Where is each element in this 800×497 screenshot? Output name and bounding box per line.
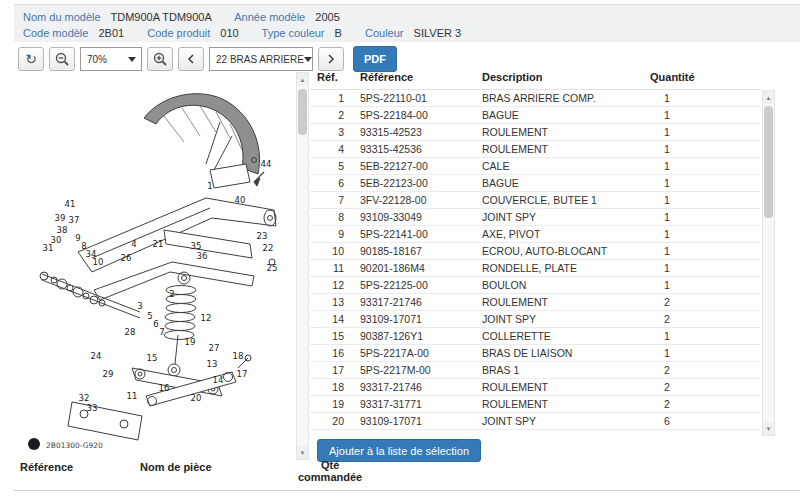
table-row[interactable]: 1993317-31771ROULEMENT2 bbox=[310, 396, 760, 413]
diagram-callout[interactable]: 11 bbox=[127, 392, 138, 401]
table-row[interactable]: 893109-33049JOINT SPY1 bbox=[310, 209, 760, 226]
diagram-callout[interactable]: 32 bbox=[79, 394, 90, 403]
table-row[interactable]: 175PS-2217M-00BRAS 12 bbox=[310, 362, 760, 379]
diagram-callout[interactable]: 6 bbox=[153, 320, 158, 329]
diagram-callout[interactable]: 22 bbox=[263, 244, 274, 253]
table-row[interactable]: 1190201-186M4RONDELLE, PLATE1 bbox=[310, 260, 760, 277]
model-code-label: Code modèle bbox=[23, 27, 88, 39]
diagram-callout[interactable]: 33 bbox=[87, 404, 98, 413]
table-scrollbar-thumb[interactable] bbox=[764, 106, 773, 218]
parts-table-body: 15PS-22110-01BRAS ARRIERE COMP.125PS-221… bbox=[310, 90, 760, 430]
diagram-callout[interactable]: 24 bbox=[91, 352, 102, 361]
diagram-callout[interactable]: 27 bbox=[209, 344, 220, 353]
cell-part: 93315-42523 bbox=[356, 124, 478, 141]
order-part-name-label: Nom de pièce bbox=[140, 461, 212, 473]
table-row[interactable]: 1393317-21746ROULEMENT2 bbox=[310, 294, 760, 311]
model-year-label: Année modèle bbox=[234, 11, 305, 23]
cell-desc: BRAS DE LIAISON bbox=[478, 345, 648, 362]
cell-ref: 4 bbox=[310, 141, 356, 158]
diagram-callout[interactable]: 10 bbox=[93, 258, 104, 267]
model-info-header: Nom du modèle TDM900A TDM900A Année modè… bbox=[14, 4, 800, 42]
table-row[interactable]: 65EB-22123-00BAGUE1 bbox=[310, 175, 760, 192]
previous-section-button[interactable] bbox=[178, 47, 204, 71]
diagram-callout[interactable]: 21 bbox=[153, 240, 164, 249]
diagram-callout[interactable]: 12 bbox=[201, 314, 212, 323]
diagram-callout[interactable]: 26 bbox=[121, 254, 132, 263]
diagram-callout[interactable]: 2 bbox=[169, 290, 174, 299]
diagram-scrollbar[interactable]: ▲ ▼ bbox=[296, 72, 309, 460]
diagram-callout[interactable]: 16 bbox=[159, 384, 170, 393]
table-row[interactable]: 15PS-22110-01BRAS ARRIERE COMP.1 bbox=[310, 90, 760, 107]
diagram-callout[interactable]: 3 bbox=[137, 302, 142, 311]
zoom-in-button[interactable] bbox=[147, 47, 173, 71]
diagram-callout[interactable]: 4 bbox=[131, 240, 136, 249]
chevron-down-icon bbox=[128, 57, 136, 62]
cell-qty: 1 bbox=[648, 141, 760, 158]
table-row[interactable]: 125PS-22125-00BOULON1 bbox=[310, 277, 760, 294]
cell-part: 5EB-22123-00 bbox=[356, 175, 478, 192]
cell-part: 93317-21746 bbox=[356, 379, 478, 396]
scroll-up-arrow-icon[interactable]: ▲ bbox=[763, 91, 774, 104]
refresh-button[interactable]: ↻ bbox=[18, 47, 44, 71]
table-row[interactable]: 1090185-18167ECROU, AUTO-BLOCANT1 bbox=[310, 243, 760, 260]
table-row[interactable]: 1590387-126Y1COLLERETTE1 bbox=[310, 328, 760, 345]
diagram-callout[interactable]: 18 bbox=[233, 352, 244, 361]
table-row[interactable]: 1493109-17071JOINT SPY2 bbox=[310, 311, 760, 328]
diagram-callout[interactable]: 15 bbox=[147, 354, 158, 363]
table-scrollbar[interactable]: ▲ ▼ bbox=[762, 90, 775, 436]
header-quantity: Quantité bbox=[648, 66, 760, 90]
diagram-callout[interactable]: 7 bbox=[159, 328, 164, 337]
table-row[interactable]: 1893317-21746ROULEMENT2 bbox=[310, 379, 760, 396]
diagram-callout[interactable]: 39 bbox=[55, 214, 66, 223]
zoom-out-button[interactable] bbox=[49, 47, 75, 71]
cell-ref: 3 bbox=[310, 124, 356, 141]
cell-ref: 18 bbox=[310, 379, 356, 396]
zoom-level-select[interactable]: 70% bbox=[80, 47, 142, 71]
diagram-callout[interactable]: 38 bbox=[57, 226, 68, 235]
diagram-callout[interactable]: 9 bbox=[75, 234, 80, 243]
table-row[interactable]: 95PS-22141-00AXE, PIVOT1 bbox=[310, 226, 760, 243]
cell-part: 5EB-22127-00 bbox=[356, 158, 478, 175]
diagram-callout[interactable]: 41 bbox=[65, 200, 76, 209]
diagram-callout[interactable]: 13 bbox=[207, 360, 218, 369]
diagram-callout[interactable]: 40 bbox=[235, 196, 246, 205]
color-type-value: B bbox=[335, 27, 342, 39]
cell-part: 5PS-22184-00 bbox=[356, 107, 478, 124]
diagram-callout[interactable]: 19 bbox=[185, 338, 196, 347]
scroll-down-arrow-icon[interactable]: ▼ bbox=[297, 446, 308, 459]
diagram-callout[interactable]: 37 bbox=[69, 216, 80, 225]
table-row[interactable]: 55EB-22127-00CALE1 bbox=[310, 158, 760, 175]
table-row[interactable]: 393315-42523ROULEMENT1 bbox=[310, 124, 760, 141]
table-row[interactable]: 493315-42536ROULEMENT1 bbox=[310, 141, 760, 158]
table-row[interactable]: 2093109-17071JOINT SPY6 bbox=[310, 413, 760, 430]
chevron-right-icon bbox=[326, 53, 336, 65]
diagram-callout[interactable]: 25 bbox=[267, 264, 278, 273]
table-row[interactable]: 25PS-22184-00BAGUE1 bbox=[310, 107, 760, 124]
table-row[interactable]: 165PS-2217A-00BRAS DE LIAISON1 bbox=[310, 345, 760, 362]
scroll-down-arrow-icon[interactable]: ▼ bbox=[763, 422, 774, 435]
diagram-callout[interactable]: 28 bbox=[125, 328, 136, 337]
cell-part: 5PS-22141-00 bbox=[356, 226, 478, 243]
diagram-callout[interactable]: 1 bbox=[207, 182, 212, 191]
table-row[interactable]: 73FV-22128-00COUVERCLE, BUTEE 11 bbox=[310, 192, 760, 209]
diagram-callout[interactable]: 14 bbox=[213, 376, 224, 385]
diagram-callout[interactable]: 35 bbox=[191, 242, 202, 251]
diagram-callout[interactable]: 31 bbox=[43, 244, 54, 253]
model-year-value: 2005 bbox=[315, 11, 339, 23]
diagram-callout[interactable]: 20 bbox=[191, 394, 202, 403]
diagram-callout[interactable]: 5 bbox=[147, 312, 152, 321]
diagram-callout[interactable]: 36 bbox=[197, 252, 208, 261]
header-ref: Réf. bbox=[310, 66, 356, 90]
cell-qty: 1 bbox=[648, 243, 760, 260]
cell-part: 5PS-2217M-00 bbox=[356, 362, 478, 379]
product-code-value: 010 bbox=[220, 27, 238, 39]
diagram-callout[interactable]: 23 bbox=[257, 232, 268, 241]
diagram-callout[interactable]: 17 bbox=[237, 370, 248, 379]
diagram-callout[interactable]: 29 bbox=[103, 370, 114, 379]
cell-qty: 1 bbox=[648, 277, 760, 294]
cell-qty: 2 bbox=[648, 294, 760, 311]
diagram-callout[interactable]: 44 bbox=[261, 160, 272, 169]
scroll-up-arrow-icon[interactable]: ▲ bbox=[297, 73, 308, 86]
section-select[interactable]: 22 BRAS ARRIERE bbox=[209, 47, 313, 71]
diagram-scrollbar-thumb[interactable] bbox=[298, 89, 307, 135]
